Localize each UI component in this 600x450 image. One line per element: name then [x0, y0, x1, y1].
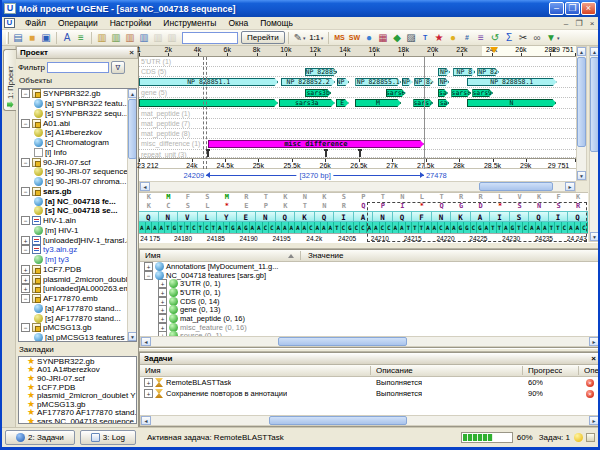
expand-icon[interactable]: +	[21, 275, 30, 284]
menu-item[interactable]: Файл	[19, 17, 52, 29]
scroll-up-icon[interactable]: ▲	[577, 47, 586, 56]
annotation-bar[interactable]: sars9b	[472, 89, 493, 97]
web-blast-icon[interactable]: ★	[432, 31, 446, 45]
annotation-bar[interactable]: sars3b	[305, 89, 331, 97]
project-tree-scrollbar[interactable]: ▲ ▼	[127, 89, 136, 341]
build-tree-icon[interactable]: #	[460, 31, 474, 45]
tasks-columns-header[interactable]: Имя Описание Прогресс Опер	[140, 365, 600, 377]
scroll-left-icon[interactable]: ◄	[141, 416, 151, 425]
tree-item[interactable]: −SYNPBR322.gb	[19, 89, 136, 99]
filter-input[interactable]	[47, 62, 109, 73]
maximize-button[interactable]: ❐	[565, 2, 580, 15]
column-description[interactable]: Описание	[376, 366, 413, 375]
minimize-button[interactable]: –	[549, 2, 564, 15]
tree-item[interactable]: [i] Info	[19, 148, 136, 158]
scroll-thumb[interactable]	[269, 416, 406, 425]
annotation-bar[interactable]: NP_828855.1	[355, 78, 401, 86]
collapse-icon[interactable]: −	[21, 158, 30, 167]
expand-icon[interactable]: +	[144, 262, 153, 271]
annotation-bar[interactable]: misc difference	[208, 140, 424, 148]
paste-annotation-icon[interactable]: ▥	[137, 31, 151, 45]
open-folder-icon[interactable]: ■	[25, 31, 39, 45]
annotation-group-item[interactable]: +misc_feature (0, 16)	[140, 323, 600, 332]
paste-sequence-icon[interactable]: ▥	[123, 31, 137, 45]
preview-icon[interactable]: ∞	[530, 31, 544, 45]
sigma-icon[interactable]: Σ	[502, 31, 516, 45]
expand-icon[interactable]: +	[158, 314, 167, 323]
bookmark-item[interactable]: ★plasmid_2micron_doublet YS...	[19, 391, 136, 400]
column-progress[interactable]: Прогресс	[528, 366, 562, 375]
filter-annotations-icon[interactable]: ▼▾	[544, 31, 561, 45]
mdi-minimize-button[interactable]: –	[560, 18, 572, 28]
statistics-icon[interactable]: ◆	[390, 31, 404, 45]
scroll-thumb[interactable]	[577, 57, 586, 147]
tree-item[interactable]: [a] NC_004718 fe...	[19, 196, 136, 206]
hint-lamp-icon[interactable]	[574, 433, 583, 442]
edit-pen-icon[interactable]: ✎▾	[292, 31, 308, 45]
collapse-icon[interactable]: −	[21, 323, 30, 332]
export-image-icon[interactable]: ▦	[376, 31, 390, 45]
tasks-horizontal-scrollbar[interactable]: ◄ ►	[140, 415, 600, 426]
tree-item[interactable]: [s] 90-JRI-07 sequence	[19, 167, 136, 177]
pan-vertical-scrollbar[interactable]: ▲ ▼	[576, 46, 587, 181]
splitter[interactable]	[139, 242, 600, 249]
zoom-scale-dropdown[interactable]: 1:1▾	[308, 31, 326, 45]
task-row[interactable]: +RemoteBLASTTaskВыполняется60%×	[140, 377, 600, 388]
annotation-bar[interactable]: E	[336, 99, 349, 107]
project-close-icon[interactable]: ×	[129, 48, 134, 57]
annotation-bar[interactable]: NP_82885	[305, 68, 337, 76]
tree-item[interactable]: +plasmid_2micron_doublet...	[19, 274, 136, 284]
align-sw-icon[interactable]: SW	[347, 31, 362, 45]
tree-item[interactable]: [m] HIV-1	[19, 226, 136, 236]
tree-item[interactable]: [s] A1#berezkov	[19, 128, 136, 138]
tree-item[interactable]: +[unloaded]HIV-1_transl.aln	[19, 235, 136, 245]
details-view[interactable]: KMFSMRTKNKSPTNLTRRLVKFKKCSL*EPKTNRQPI*QG…	[139, 192, 588, 242]
annotation-bar[interactable]	[139, 99, 278, 107]
tree-item[interactable]: [c] Chromatogram	[19, 138, 136, 148]
mdi-close-button[interactable]: ×	[586, 18, 598, 28]
pan-horizontal-scrollbar[interactable]: ◄ ►	[139, 181, 576, 192]
bookmark-item[interactable]: ★pMCSG13.gb	[19, 400, 136, 409]
tree-item[interactable]: −pMCSG13.gb	[19, 323, 136, 333]
expand-icon[interactable]: +	[158, 279, 167, 288]
scroll-right-icon[interactable]: ►	[589, 337, 599, 346]
scroll-up-icon[interactable]: ▲	[590, 47, 599, 56]
tree-item[interactable]: +1CF7.PDB	[19, 265, 136, 275]
clone-object-icon[interactable]: A	[60, 31, 74, 45]
close-button[interactable]: ×	[581, 2, 596, 15]
annotation-group-item[interactable]: +CDS (0, 14)	[140, 297, 600, 306]
tree-item[interactable]: [s] AF177870 stand...	[19, 313, 136, 323]
zoom-ruler[interactable]: 23 21224k24.5k25k25.5k26k26.5k27k27.5k28…	[139, 158, 576, 169]
annotation-group-item[interactable]: +mat_peptide (0, 16)	[140, 314, 600, 323]
annotation-bar[interactable]: NP	[438, 78, 449, 86]
collapse-icon[interactable]: −	[21, 294, 30, 303]
annotation-bar[interactable]: sa	[438, 99, 449, 107]
expand-icon[interactable]: +	[158, 297, 167, 306]
annotation-bar[interactable]: NP_828858.1	[467, 78, 557, 86]
collapse-icon[interactable]: −	[144, 271, 153, 280]
scroll-thumb[interactable]	[590, 57, 599, 152]
tasks-close-icon[interactable]: ×	[591, 354, 596, 363]
task-row[interactable]: +Сохранение повторов в аннотацииВыполняе…	[140, 388, 600, 399]
annotation-bar[interactable]: sars3a	[279, 99, 335, 107]
scroll-down-icon[interactable]: ▼	[577, 171, 586, 180]
scroll-left-icon[interactable]: ◄	[141, 337, 151, 346]
annotation-bar[interactable]: NP_828851.1	[139, 78, 278, 86]
tree-item[interactable]: [a] SYNPBR322 featu...	[19, 99, 136, 109]
annotation-bar[interactable]: sars8	[451, 89, 471, 97]
tree-item[interactable]: [a] pMCSG13 features	[19, 333, 136, 342]
annotation-group-item[interactable]: +5'UTR (0, 1)	[140, 288, 600, 297]
bookmark-item[interactable]: ★sars NC_004718 sequence	[19, 417, 136, 424]
goto-position-input[interactable]	[182, 32, 238, 44]
expand-icon[interactable]: +	[158, 288, 167, 297]
copy-sequence-icon[interactable]: ▥	[95, 31, 109, 45]
menu-item[interactable]: Помощь	[254, 17, 299, 29]
copy-annotation-icon[interactable]: ▥	[109, 31, 123, 45]
expand-icon[interactable]: +	[21, 265, 30, 274]
tree-item[interactable]: +[unloaded]AL000263.emb	[19, 284, 136, 294]
goto-button[interactable]: Перейти	[241, 31, 285, 44]
annotation-bar[interactable]: N	[467, 99, 557, 107]
scroll-down-icon[interactable]: ▼	[590, 232, 599, 241]
tree-item[interactable]: −HIV-1.aln	[19, 216, 136, 226]
annotation-group-item[interactable]: +3'UTR (0, 1)	[140, 279, 600, 288]
